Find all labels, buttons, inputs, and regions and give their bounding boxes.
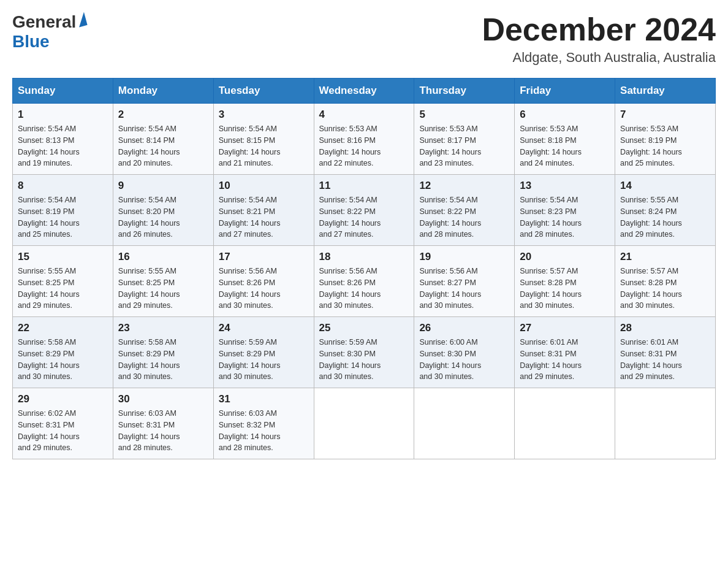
day-number: 15 — [18, 251, 108, 263]
day-number: 8 — [18, 180, 108, 192]
day-number: 9 — [118, 180, 208, 192]
day-info: Sunrise: 5:53 AM Sunset: 8:16 PM Dayligh… — [319, 123, 409, 169]
table-row: 23 Sunrise: 5:58 AM Sunset: 8:29 PM Dayl… — [113, 317, 213, 388]
day-info: Sunrise: 6:02 AM Sunset: 8:31 PM Dayligh… — [18, 408, 108, 454]
day-info: Sunrise: 5:55 AM Sunset: 8:24 PM Dayligh… — [620, 194, 710, 240]
calendar-week-row: 1 Sunrise: 5:54 AM Sunset: 8:13 PM Dayli… — [13, 104, 716, 175]
table-row: 29 Sunrise: 6:02 AM Sunset: 8:31 PM Dayl… — [13, 388, 113, 459]
table-row: 31 Sunrise: 6:03 AM Sunset: 8:32 PM Dayl… — [213, 388, 314, 459]
day-info: Sunrise: 5:58 AM Sunset: 8:29 PM Dayligh… — [18, 337, 108, 383]
location-title: Aldgate, South Australia, Australia — [482, 50, 716, 66]
table-row: 14 Sunrise: 5:55 AM Sunset: 8:24 PM Dayl… — [615, 175, 716, 246]
table-row: 3 Sunrise: 5:54 AM Sunset: 8:15 PM Dayli… — [213, 104, 314, 175]
day-number: 2 — [118, 109, 208, 121]
day-number: 5 — [419, 109, 509, 121]
day-number: 14 — [620, 180, 710, 192]
table-row: 5 Sunrise: 5:53 AM Sunset: 8:17 PM Dayli… — [414, 104, 515, 175]
table-row: 7 Sunrise: 5:53 AM Sunset: 8:19 PM Dayli… — [615, 104, 716, 175]
day-number: 7 — [620, 109, 710, 121]
day-number: 28 — [620, 322, 710, 334]
day-info: Sunrise: 5:53 AM Sunset: 8:18 PM Dayligh… — [520, 123, 610, 169]
table-row: 27 Sunrise: 6:01 AM Sunset: 8:31 PM Dayl… — [515, 317, 615, 388]
table-row: 25 Sunrise: 5:59 AM Sunset: 8:30 PM Dayl… — [314, 317, 414, 388]
day-info: Sunrise: 5:54 AM Sunset: 8:13 PM Dayligh… — [18, 123, 108, 169]
table-row: 8 Sunrise: 5:54 AM Sunset: 8:19 PM Dayli… — [13, 175, 113, 246]
table-row — [615, 388, 716, 459]
day-number: 4 — [319, 109, 409, 121]
table-row: 20 Sunrise: 5:57 AM Sunset: 8:28 PM Dayl… — [515, 246, 615, 317]
table-row: 12 Sunrise: 5:54 AM Sunset: 8:22 PM Dayl… — [414, 175, 515, 246]
table-row: 17 Sunrise: 5:56 AM Sunset: 8:26 PM Dayl… — [213, 246, 314, 317]
day-number: 19 — [419, 251, 509, 263]
col-saturday: Saturday — [615, 79, 716, 104]
day-info: Sunrise: 6:03 AM Sunset: 8:32 PM Dayligh… — [219, 408, 309, 454]
day-info: Sunrise: 5:54 AM Sunset: 8:21 PM Dayligh… — [219, 194, 309, 240]
table-row: 10 Sunrise: 5:54 AM Sunset: 8:21 PM Dayl… — [213, 175, 314, 246]
day-number: 1 — [18, 109, 108, 121]
day-number: 6 — [520, 109, 610, 121]
col-wednesday: Wednesday — [314, 79, 414, 104]
day-info: Sunrise: 5:56 AM Sunset: 8:26 PM Dayligh… — [319, 266, 409, 312]
day-info: Sunrise: 5:53 AM Sunset: 8:17 PM Dayligh… — [419, 123, 509, 169]
day-info: Sunrise: 5:55 AM Sunset: 8:25 PM Dayligh… — [118, 266, 208, 312]
day-info: Sunrise: 5:54 AM Sunset: 8:20 PM Dayligh… — [118, 194, 208, 240]
day-number: 31 — [219, 393, 309, 405]
day-number: 29 — [18, 393, 108, 405]
col-friday: Friday — [515, 79, 615, 104]
title-block: December 2024 Aldgate, South Australia, … — [482, 12, 716, 66]
table-row: 21 Sunrise: 5:57 AM Sunset: 8:28 PM Dayl… — [615, 246, 716, 317]
day-number: 3 — [219, 109, 309, 121]
logo-blue: Blue — [12, 32, 50, 51]
day-number: 24 — [219, 322, 309, 334]
day-info: Sunrise: 6:03 AM Sunset: 8:31 PM Dayligh… — [118, 408, 208, 454]
table-row: 13 Sunrise: 5:54 AM Sunset: 8:23 PM Dayl… — [515, 175, 615, 246]
day-number: 30 — [118, 393, 208, 405]
day-info: Sunrise: 6:01 AM Sunset: 8:31 PM Dayligh… — [620, 337, 710, 383]
table-row: 4 Sunrise: 5:53 AM Sunset: 8:16 PM Dayli… — [314, 104, 414, 175]
calendar-week-row: 8 Sunrise: 5:54 AM Sunset: 8:19 PM Dayli… — [13, 175, 716, 246]
calendar-week-row: 22 Sunrise: 5:58 AM Sunset: 8:29 PM Dayl… — [13, 317, 716, 388]
page-header: General Blue December 2024 Aldgate, Sout… — [12, 12, 716, 66]
table-row: 26 Sunrise: 6:00 AM Sunset: 8:30 PM Dayl… — [414, 317, 515, 388]
day-number: 10 — [219, 180, 309, 192]
day-number: 27 — [520, 322, 610, 334]
day-info: Sunrise: 5:58 AM Sunset: 8:29 PM Dayligh… — [118, 337, 208, 383]
day-info: Sunrise: 5:56 AM Sunset: 8:26 PM Dayligh… — [219, 266, 309, 312]
table-row: 30 Sunrise: 6:03 AM Sunset: 8:31 PM Dayl… — [113, 388, 213, 459]
table-row: 18 Sunrise: 5:56 AM Sunset: 8:26 PM Dayl… — [314, 246, 414, 317]
day-number: 22 — [18, 322, 108, 334]
day-number: 26 — [419, 322, 509, 334]
calendar-table: Sunday Monday Tuesday Wednesday Thursday… — [12, 78, 716, 459]
day-info: Sunrise: 5:57 AM Sunset: 8:28 PM Dayligh… — [520, 266, 610, 312]
table-row — [515, 388, 615, 459]
day-number: 13 — [520, 180, 610, 192]
table-row: 16 Sunrise: 5:55 AM Sunset: 8:25 PM Dayl… — [113, 246, 213, 317]
day-number: 25 — [319, 322, 409, 334]
calendar-week-row: 29 Sunrise: 6:02 AM Sunset: 8:31 PM Dayl… — [13, 388, 716, 459]
day-number: 12 — [419, 180, 509, 192]
calendar-header-row: Sunday Monday Tuesday Wednesday Thursday… — [13, 79, 716, 104]
day-number: 18 — [319, 251, 409, 263]
day-info: Sunrise: 5:54 AM Sunset: 8:15 PM Dayligh… — [219, 123, 309, 169]
day-info: Sunrise: 5:55 AM Sunset: 8:25 PM Dayligh… — [18, 266, 108, 312]
logo-icon — [76, 12, 88, 28]
day-info: Sunrise: 5:57 AM Sunset: 8:28 PM Dayligh… — [620, 266, 710, 312]
table-row: 28 Sunrise: 6:01 AM Sunset: 8:31 PM Dayl… — [615, 317, 716, 388]
col-thursday: Thursday — [414, 79, 515, 104]
table-row: 24 Sunrise: 5:59 AM Sunset: 8:29 PM Dayl… — [213, 317, 314, 388]
table-row — [414, 388, 515, 459]
table-row: 19 Sunrise: 5:56 AM Sunset: 8:27 PM Dayl… — [414, 246, 515, 317]
table-row: 9 Sunrise: 5:54 AM Sunset: 8:20 PM Dayli… — [113, 175, 213, 246]
day-info: Sunrise: 5:53 AM Sunset: 8:19 PM Dayligh… — [620, 123, 710, 169]
table-row: 6 Sunrise: 5:53 AM Sunset: 8:18 PM Dayli… — [515, 104, 615, 175]
day-info: Sunrise: 5:54 AM Sunset: 8:14 PM Dayligh… — [118, 123, 208, 169]
day-number: 21 — [620, 251, 710, 263]
day-info: Sunrise: 5:54 AM Sunset: 8:22 PM Dayligh… — [419, 194, 509, 240]
table-row: 1 Sunrise: 5:54 AM Sunset: 8:13 PM Dayli… — [13, 104, 113, 175]
col-sunday: Sunday — [13, 79, 113, 104]
day-number: 23 — [118, 322, 208, 334]
day-number: 20 — [520, 251, 610, 263]
logo-text: General Blue — [12, 12, 86, 52]
table-row: 11 Sunrise: 5:54 AM Sunset: 8:22 PM Dayl… — [314, 175, 414, 246]
day-info: Sunrise: 5:54 AM Sunset: 8:23 PM Dayligh… — [520, 194, 610, 240]
